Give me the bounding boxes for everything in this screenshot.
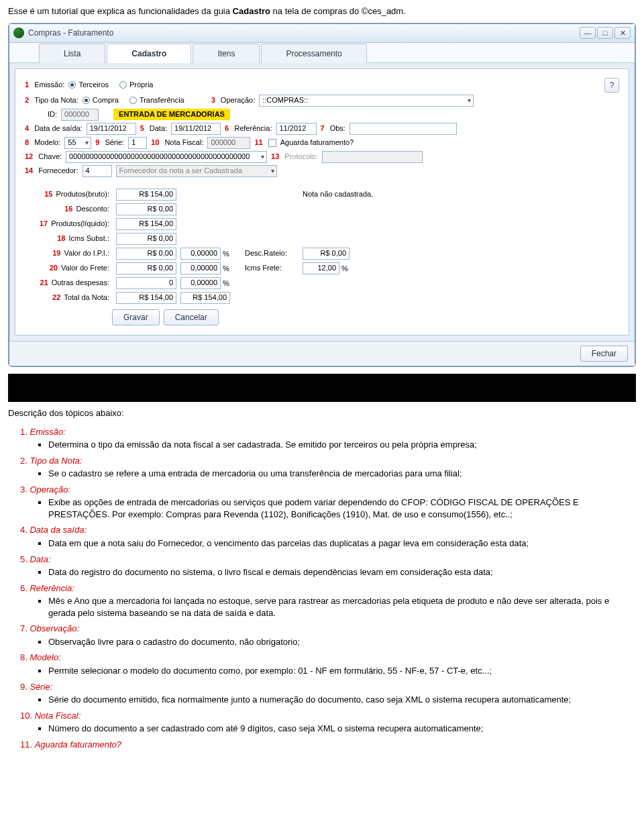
topic-sublist: Exibe as opções de entrada de mercadoria… — [20, 497, 636, 520]
radio-compra[interactable]: Compra — [83, 95, 119, 105]
label-data-saida: Data de saída: — [34, 123, 83, 134]
window-title: Compras - Faturamento — [28, 28, 113, 38]
fechar-button[interactable]: Fechar — [580, 346, 628, 362]
topic-heading: 9. Série: — [20, 682, 52, 692]
cancelar-button[interactable]: Cancelar — [164, 309, 219, 325]
row-emissao: 1 Emissão: Terceiros Própria ? — [25, 78, 619, 93]
outras-pct[interactable]: 0,00000 — [180, 277, 221, 289]
radio-terceiros[interactable]: Terceiros — [68, 80, 109, 90]
chave-input[interactable]: 0000000000000000000000000000000000000000… — [66, 151, 267, 163]
marker-11: 11 — [254, 138, 262, 148]
topic-number: 2. — [20, 456, 28, 466]
topic-item: 6. Referência:Mês e Ano que a mercadoria… — [20, 582, 636, 619]
topic-item: 4. Data da saída:Data em que a nota saiu… — [20, 524, 636, 549]
topic-sublist: Determina o tipo da emissão da nota fisc… — [20, 439, 636, 451]
tab-processamento[interactable]: Processamento — [261, 44, 366, 63]
topic-number: 11. — [20, 739, 32, 750]
topic-item: 10. Nota Fiscal:Número do documento a se… — [20, 710, 636, 735]
tab-cadastro[interactable]: Cadastro — [107, 44, 191, 63]
radio-compra-label: Compra — [93, 95, 119, 105]
topic-sublist: Se o cadastro se refere a uma entrada de… — [20, 468, 636, 480]
ipi-value: R$ 0,00 — [116, 248, 176, 260]
action-buttons-row: Gravar Cancelar — [25, 309, 619, 325]
data-input[interactable]: 19/11/2012 — [171, 123, 221, 135]
topic-title: Série: — [30, 682, 52, 692]
close-button[interactable]: ✕ — [614, 27, 631, 39]
gravar-button[interactable]: Gravar — [112, 309, 160, 325]
topic-number: 5. — [20, 554, 28, 564]
serie-input[interactable]: 1 — [128, 137, 147, 149]
window-controls: — □ ✕ — [580, 27, 631, 39]
frete-pct[interactable]: 0,00000 — [180, 262, 221, 274]
radio-propria-label: Própria — [129, 80, 153, 90]
nota-fiscal-input[interactable]: 000000 — [207, 137, 250, 149]
topic-bullet: Série do documento emitido, fica normalm… — [48, 694, 636, 706]
label-referencia: Referência: — [234, 123, 272, 134]
topic-item: 7. Observação:Observação livre para o ca… — [20, 623, 636, 648]
radio-transf-label: Transferência — [140, 95, 184, 105]
topic-bullet: Data em que a nota saiu do Fornecedor, o… — [48, 537, 636, 550]
app-window: Compras - Faturamento — □ ✕ Lista Cadast… — [8, 23, 636, 368]
topic-number: 3. — [20, 484, 28, 495]
topic-bullet: Se o cadastro se refere a uma entrada de… — [48, 468, 636, 480]
ipi-pct[interactable]: 0,00000 — [180, 248, 221, 260]
topic-heading: 5. Data: — [20, 554, 51, 564]
topic-item: 2. Tipo da Nota:Se o cadastro se refere … — [20, 455, 636, 480]
topic-bullet: Determina o tipo da emissão da nota fisc… — [48, 439, 636, 451]
title-bar: Compras - Faturamento — □ ✕ — [9, 24, 635, 43]
topic-heading: 7. Observação: — [20, 623, 79, 633]
label-desconto: Desconto: — [76, 205, 109, 213]
aguarda-checkbox[interactable] — [268, 139, 276, 147]
label-serie: Série: — [105, 138, 124, 148]
topic-title: Tipo da Nota: — [30, 456, 82, 466]
topic-bullet: Observação livre para o cadastro do docu… — [48, 636, 636, 648]
label-frete: Valor do Frete: — [61, 264, 109, 272]
label-emissao: Emissão: — [34, 80, 64, 90]
radio-transferencia[interactable]: Transferência — [129, 95, 184, 105]
fornecedor-id-input[interactable]: 4 — [83, 165, 112, 177]
radio-terceiros-label: Terceiros — [78, 80, 109, 90]
desconto-value: R$ 0,00 — [116, 203, 176, 215]
operacao-select[interactable]: ::COMPRAS:: — [259, 95, 474, 107]
modelo-select[interactable]: 55 — [64, 137, 91, 149]
topic-item: 1. Emissão:Determina o tipo da emissão d… — [20, 426, 636, 451]
marker-21: 21 — [40, 278, 48, 287]
data-saida-input[interactable]: 19/11/2012 — [87, 123, 136, 135]
tab-itens[interactable]: Itens — [193, 44, 260, 63]
marker-15: 15 — [44, 190, 52, 198]
row-tipo-nota: 2 Tipo da Nota: Compra Transferência 3 O… — [25, 95, 619, 107]
topic-heading: 11. Aguarda faturamento? — [20, 739, 121, 750]
intro-bold: Cadastro — [233, 6, 270, 16]
produtos-bruto-value: R$ 154,00 — [116, 189, 176, 201]
topics-list: 1. Emissão:Determina o tipo da emissão d… — [8, 426, 636, 751]
row-dates: 4 Data de saída: 19/11/2012 5 Data: 19/1… — [25, 123, 619, 135]
help-button[interactable]: ? — [604, 78, 619, 93]
topic-sublist: Data do registro do documento no sistema… — [20, 566, 636, 578]
label-fornecedor: Fornecedor: — [38, 166, 78, 176]
referencia-input[interactable]: 11/2012 — [276, 123, 317, 135]
label-data: Data: — [150, 123, 167, 134]
topic-heading: 4. Data da saída: — [20, 525, 87, 535]
tab-lista[interactable]: Lista — [39, 44, 105, 63]
topic-title: Data: — [30, 554, 50, 564]
fornecedor-nome-select[interactable]: Fornecedor da nota a ser Cadastrada — [116, 165, 277, 177]
minimize-button[interactable]: — — [580, 27, 596, 39]
topic-heading: 10. Nota Fiscal: — [20, 711, 80, 721]
topic-number: 4. — [20, 525, 28, 535]
protocolo-input — [322, 151, 423, 163]
label-nota-fiscal: Nota Fiscal: — [164, 138, 203, 148]
radio-propria[interactable]: Própria — [119, 80, 153, 90]
pct-symbol: % — [223, 264, 229, 272]
maximize-button[interactable]: □ — [597, 27, 613, 39]
marker-12: 12 — [25, 152, 33, 162]
chave-value: 0000000000000000000000000000000000000000… — [69, 152, 250, 162]
label-produtos-liq: Produtos(líquido): — [51, 219, 109, 227]
obs-input[interactable] — [350, 123, 457, 135]
icms-frete-value[interactable]: 12,00 — [303, 262, 339, 274]
marker-20: 20 — [50, 264, 58, 272]
app-icon — [13, 28, 24, 38]
label-icms-subst: Icms Subst.: — [68, 234, 109, 242]
topic-sublist: Série do documento emitido, fica normalm… — [20, 694, 636, 706]
marker-5: 5 — [140, 123, 144, 134]
topic-title: Operação: — [30, 484, 70, 495]
